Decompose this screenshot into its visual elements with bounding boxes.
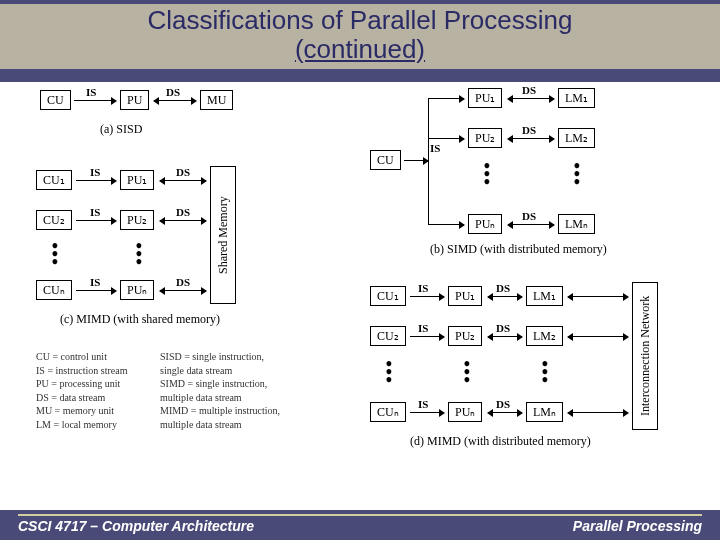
legend-item: SISD = single instruction, <box>160 350 280 364</box>
sisd-pu-box: PU <box>120 90 149 110</box>
interconnection-network-box: Interconnection Network <box>632 282 658 430</box>
arrow-mimd-sm-is1 <box>76 180 116 181</box>
mimd-dm-cu2: CU₂ <box>370 326 406 346</box>
simd-ds1-label: DS <box>522 84 536 96</box>
mimd-sm-cu1: CU₁ <box>36 170 72 190</box>
simd-pun: PUₙ <box>468 214 502 234</box>
caption-a: (a) SISD <box>100 122 142 137</box>
shared-memory-box: Shared Memory <box>210 166 236 304</box>
simd-ds2l <box>508 138 554 139</box>
footer-left: CSCI 4717 – Computer Architecture <box>18 518 254 534</box>
arrow-sisd-is <box>74 100 116 101</box>
simd-pu1-in <box>428 98 464 99</box>
sisd-ds-label: DS <box>166 86 180 98</box>
mimd-dm-net1l <box>568 296 628 297</box>
legend-right: SISD = single instruction, single data s… <box>160 350 280 431</box>
mimd-dm-vdots-pu: ••• <box>462 360 472 384</box>
simd-pun-in <box>428 224 464 225</box>
legend-item: CU = control unit <box>36 350 127 364</box>
mimd-sm-ds2-label: DS <box>176 206 190 218</box>
sisd-mu-box: MU <box>200 90 233 110</box>
simd-ds2-label: DS <box>522 124 536 136</box>
simd-bus <box>428 98 429 224</box>
mimd-dm-ds1-label: DS <box>496 282 510 294</box>
mimd-sm-pu2: PU₂ <box>120 210 154 230</box>
mimd-dm-is1 <box>410 296 444 297</box>
legend-item: IS = instruction stream <box>36 364 127 378</box>
simd-lm1: LM₁ <box>558 88 595 108</box>
simd-dsnl <box>508 224 554 225</box>
sisd-is-label: IS <box>86 86 96 98</box>
mimd-sm-pu1: PU₁ <box>120 170 154 190</box>
arrow-mimd-sm-isn <box>76 290 116 291</box>
title-line2: (continued) <box>295 34 425 64</box>
mimd-dm-vdots-lm: ••• <box>540 360 550 384</box>
arrow-mimd-sm-ds2l <box>160 220 206 221</box>
caption-b: (b) SIMD (with distributed memory) <box>430 242 607 257</box>
mimd-sm-cun: CUₙ <box>36 280 72 300</box>
legend-item: PU = processing unit <box>36 377 127 391</box>
legend-item: LM = local memory <box>36 418 127 432</box>
mimd-dm-is1-label: IS <box>418 282 428 294</box>
simd-vdots-pu: ••• <box>482 162 492 186</box>
mimd-dm-pun: PUₙ <box>448 402 482 422</box>
mimd-dm-dsnl <box>488 412 522 413</box>
mimd-dm-is2 <box>410 336 444 337</box>
simd-pu2: PU₂ <box>468 128 502 148</box>
simd-is-label: IS <box>430 142 440 154</box>
mimd-dm-is2-label: IS <box>418 322 428 334</box>
caption-d: (d) MIMD (with distributed memory) <box>410 434 591 449</box>
mimd-dm-lm2: LM₂ <box>526 326 563 346</box>
mimd-dm-pu2: PU₂ <box>448 326 482 346</box>
mimd-dm-lmn: LMₙ <box>526 402 563 422</box>
legend-item: SIMD = single instruction, <box>160 377 280 391</box>
simd-lm2: LM₂ <box>558 128 595 148</box>
simd-cu-box: CU <box>370 150 401 170</box>
simd-pu2-in <box>428 138 464 139</box>
legend-item: multiple data stream <box>160 418 280 432</box>
mimd-dm-net2l <box>568 336 628 337</box>
mimd-dm-cun: CUₙ <box>370 402 406 422</box>
legend-item: DS = data stream <box>36 391 127 405</box>
mimd-dm-dsn-label: DS <box>496 398 510 410</box>
mimd-sm-cu2: CU₂ <box>36 210 72 230</box>
legend-item: MIMD = multiple instruction, <box>160 404 280 418</box>
mimd-dm-vdots-cu: ••• <box>384 360 394 384</box>
legend-left: CU = control unit IS = instruction strea… <box>36 350 127 431</box>
mimd-sm-vdots-pu: ••• <box>134 242 144 266</box>
title-area: Classifications of Parallel Processing (… <box>0 0 720 80</box>
simd-vdots-lm: ••• <box>572 162 582 186</box>
mimd-sm-dsn-label: DS <box>176 276 190 288</box>
mimd-dm-isn-label: IS <box>418 398 428 410</box>
mimd-dm-lm1: LM₁ <box>526 286 563 306</box>
caption-c: (c) MIMD (with shared memory) <box>60 312 220 327</box>
simd-dsn-label: DS <box>522 210 536 222</box>
mimd-sm-ds1-label: DS <box>176 166 190 178</box>
mimd-sm-is1-label: IS <box>90 166 100 178</box>
mimd-dm-ds2-label: DS <box>496 322 510 334</box>
simd-cu-out <box>404 160 428 161</box>
mimd-sm-vdots-cu: ••• <box>50 242 60 266</box>
mimd-dm-ds2l <box>488 336 522 337</box>
simd-ds1l <box>508 98 554 99</box>
footer-right: Parallel Processing <box>573 518 702 534</box>
title-line1: Classifications of Parallel Processing <box>148 5 573 35</box>
arrow-sisd-ds-l <box>154 100 196 101</box>
mimd-dm-pu1: PU₁ <box>448 286 482 306</box>
mimd-dm-ds1l <box>488 296 522 297</box>
mimd-sm-pun: PUₙ <box>120 280 154 300</box>
content-area: CU IS PU DS MU (a) SISD CU₁ IS PU₁ DS CU… <box>0 82 720 510</box>
arrow-mimd-sm-is2 <box>76 220 116 221</box>
mimd-sm-isn-label: IS <box>90 276 100 288</box>
simd-lmn: LMₙ <box>558 214 595 234</box>
footer: CSCI 4717 – Computer Architecture Parall… <box>0 512 720 540</box>
mimd-dm-isn <box>410 412 444 413</box>
legend-item: single data stream <box>160 364 280 378</box>
mimd-sm-is2-label: IS <box>90 206 100 218</box>
figure-canvas: CU IS PU DS MU (a) SISD CU₁ IS PU₁ DS CU… <box>0 82 720 510</box>
sisd-cu-box: CU <box>40 90 71 110</box>
slide-title: Classifications of Parallel Processing (… <box>0 4 720 69</box>
legend-item: multiple data stream <box>160 391 280 405</box>
simd-pu1: PU₁ <box>468 88 502 108</box>
arrow-mimd-sm-ds1l <box>160 180 206 181</box>
